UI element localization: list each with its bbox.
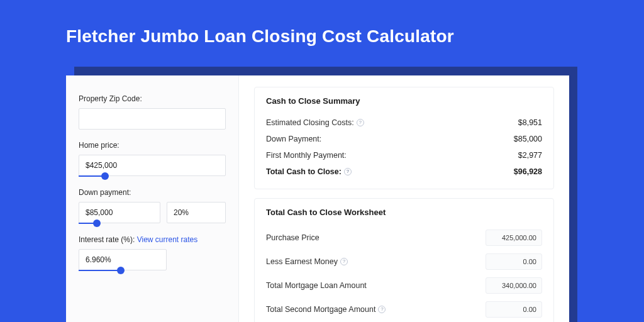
zip-field: Property Zip Code: bbox=[79, 94, 226, 130]
zip-input[interactable] bbox=[79, 108, 226, 130]
home-price-input[interactable] bbox=[79, 155, 226, 176]
page-title: Fletcher Jumbo Loan Closing Cost Calcula… bbox=[66, 26, 454, 47]
interest-rate-label-row: Interest rate (%): View current rates bbox=[79, 235, 226, 244]
summary-row-total: Total Cash to Close: ? $96,928 bbox=[266, 164, 542, 180]
worksheet-row-mortgage-amount: Total Mortgage Loan Amount bbox=[266, 274, 542, 297]
worksheet-row-second-mortgage: Total Second Mortgage Amount ? bbox=[266, 297, 542, 321]
down-payment-input[interactable] bbox=[79, 202, 160, 223]
down-payment-field: Down payment: bbox=[79, 188, 226, 224]
worksheet-title: Total Cash to Close Worksheet bbox=[266, 208, 542, 217]
interest-rate-slider-fill bbox=[79, 270, 121, 271]
view-rates-link[interactable]: View current rates bbox=[137, 235, 198, 244]
down-payment-slider-thumb[interactable] bbox=[93, 219, 101, 227]
summary-row-down-payment: Down Payment: $85,000 bbox=[266, 131, 542, 147]
summary-row-closing-costs: Estimated Closing Costs: ? $8,951 bbox=[266, 114, 542, 131]
summary-panel: Cash to Close Summary Estimated Closing … bbox=[254, 87, 554, 189]
home-price-slider[interactable] bbox=[79, 175, 226, 177]
down-payment-pct-input[interactable] bbox=[167, 202, 226, 223]
down-payment-label: Down payment: bbox=[79, 188, 226, 197]
worksheet-second-mortgage-input[interactable] bbox=[486, 301, 542, 318]
worksheet-row-purchase-price: Purchase Price bbox=[266, 226, 542, 250]
worksheet-earnest-money-input[interactable] bbox=[486, 253, 542, 270]
interest-rate-slider[interactable] bbox=[79, 270, 167, 271]
home-price-label: Home price: bbox=[79, 141, 226, 150]
summary-row-value: $8,951 bbox=[518, 118, 542, 127]
home-price-field: Home price: bbox=[79, 141, 226, 177]
summary-title: Cash to Close Summary bbox=[266, 96, 542, 106]
worksheet-row-label: Total Second Mortgage Amount bbox=[266, 305, 375, 314]
summary-row-first-payment: First Monthly Payment: $2,977 bbox=[266, 147, 542, 164]
interest-rate-field: Interest rate (%): View current rates bbox=[79, 235, 226, 271]
summary-row-value: $85,000 bbox=[514, 135, 542, 143]
calculator-card: Property Zip Code: Home price: Down paym… bbox=[66, 75, 569, 322]
results-pane: Cash to Close Summary Estimated Closing … bbox=[239, 75, 569, 322]
worksheet-row-label: Total Mortgage Loan Amount bbox=[266, 281, 367, 290]
worksheet-panel: Total Cash to Close Worksheet Purchase P… bbox=[254, 198, 554, 322]
summary-row-label: Estimated Closing Costs: bbox=[266, 118, 354, 127]
worksheet-mortgage-amount-input[interactable] bbox=[486, 277, 542, 294]
worksheet-row-label: Less Earnest Money bbox=[266, 257, 338, 266]
summary-row-value: $2,977 bbox=[518, 151, 542, 160]
summary-row-label: First Monthly Payment: bbox=[266, 151, 347, 160]
zip-label: Property Zip Code: bbox=[79, 94, 226, 103]
help-icon[interactable]: ? bbox=[340, 258, 348, 265]
help-icon[interactable]: ? bbox=[357, 119, 364, 126]
down-payment-slider[interactable] bbox=[79, 223, 170, 224]
summary-row-label: Down Payment: bbox=[266, 135, 321, 143]
interest-rate-slider-thumb[interactable] bbox=[117, 267, 125, 274]
worksheet-row-earnest-money: Less Earnest Money ? bbox=[266, 250, 542, 274]
worksheet-row-label: Purchase Price bbox=[266, 233, 319, 242]
inputs-pane: Property Zip Code: Home price: Down paym… bbox=[66, 75, 239, 322]
summary-total-value: $96,928 bbox=[514, 167, 542, 176]
help-icon[interactable]: ? bbox=[344, 168, 352, 175]
help-icon[interactable]: ? bbox=[378, 306, 386, 313]
home-price-slider-thumb[interactable] bbox=[101, 172, 109, 180]
interest-rate-label: Interest rate (%): bbox=[79, 235, 135, 244]
summary-total-label: Total Cash to Close: bbox=[266, 167, 341, 176]
worksheet-purchase-price-input[interactable] bbox=[486, 230, 542, 246]
